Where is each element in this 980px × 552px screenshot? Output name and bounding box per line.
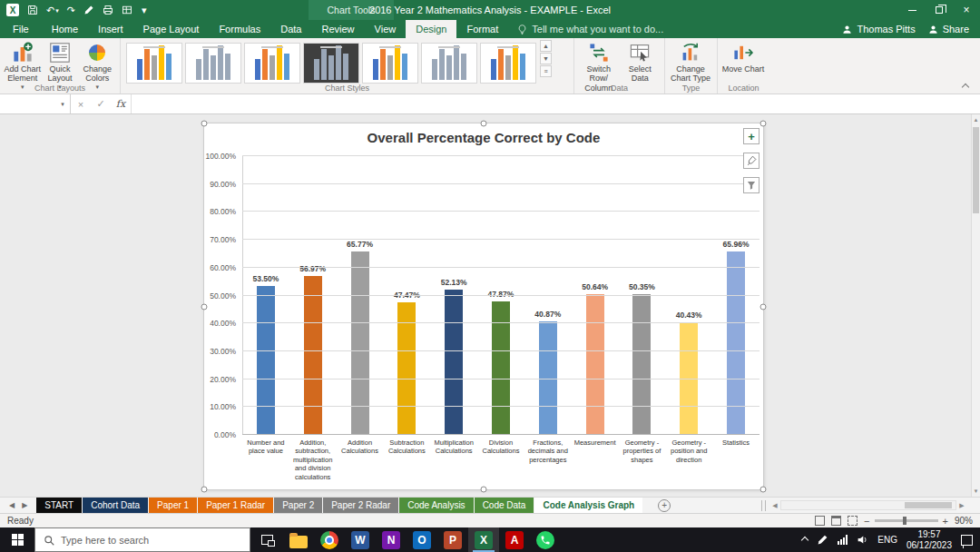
table-icon[interactable] xyxy=(122,5,132,15)
selection-handle[interactable] xyxy=(201,487,208,493)
language-indicator[interactable]: ENG xyxy=(877,535,897,545)
zoom-slider-thumb[interactable] xyxy=(903,517,906,525)
whatsapp-icon[interactable] xyxy=(530,527,561,552)
change-chart-type-button[interactable]: Change Chart Type xyxy=(669,40,712,84)
sheet-tab-code-analysis[interactable]: Code Analysis xyxy=(399,498,473,513)
ribbon-tab-page-layout[interactable]: Page Layout xyxy=(133,20,210,38)
bar-division-calculations[interactable] xyxy=(492,301,510,435)
excel-icon[interactable]: X xyxy=(468,527,499,552)
enter-formula-icon[interactable]: ✓ xyxy=(91,98,111,110)
print-icon[interactable] xyxy=(103,5,113,15)
chart-style-6[interactable] xyxy=(421,43,477,84)
account-button[interactable]: Thomas Pitts xyxy=(842,24,915,34)
chrome-icon[interactable] xyxy=(314,527,345,552)
pen-icon[interactable] xyxy=(83,5,94,15)
chart-elements-button[interactable]: + xyxy=(743,128,760,144)
share-button[interactable]: Share xyxy=(928,24,969,34)
bar-addition-calculations[interactable] xyxy=(351,251,369,435)
pen-tray-icon[interactable] xyxy=(817,534,828,546)
sheet-area[interactable]: Overall Percentage Correct by Code 0.00%… xyxy=(0,114,980,497)
cancel-formula-icon[interactable]: × xyxy=(71,99,91,110)
selection-handle[interactable] xyxy=(760,303,767,310)
ribbon-tab-view[interactable]: View xyxy=(365,20,407,38)
horizontal-scroll-thumb[interactable] xyxy=(905,502,952,508)
chart-style-7[interactable] xyxy=(480,43,536,84)
horizontal-scrollbar[interactable]: ◀ ▶ xyxy=(769,498,967,513)
acrobat-icon[interactable]: A xyxy=(499,527,530,552)
file-explorer-icon[interactable] xyxy=(283,527,314,552)
sheet-tab-paper-2-radar[interactable]: Paper 2 Radar xyxy=(323,498,398,513)
outlook-icon[interactable]: O xyxy=(407,527,437,552)
save-icon[interactable] xyxy=(27,5,38,15)
ribbon-tab-insert[interactable]: Insert xyxy=(88,20,133,38)
close-button[interactable]: × xyxy=(953,0,980,20)
onenote-icon[interactable]: N xyxy=(376,527,407,552)
insert-function-icon[interactable]: fx xyxy=(111,98,131,110)
undo-icon[interactable]: ↶▾ xyxy=(46,5,59,15)
scroll-right-icon[interactable]: ▶ xyxy=(956,502,967,509)
start-button[interactable] xyxy=(0,527,34,552)
chart-object[interactable]: Overall Percentage Correct by Code 0.00%… xyxy=(203,123,764,490)
move-chart-button[interactable]: Move Chart xyxy=(721,40,765,74)
powerpoint-icon[interactable]: P xyxy=(437,527,468,552)
ribbon-tab-home[interactable]: Home xyxy=(42,20,88,38)
chart-style-1[interactable] xyxy=(126,43,182,84)
selection-handle[interactable] xyxy=(760,487,767,493)
new-sheet-button[interactable]: + xyxy=(658,499,671,512)
name-box-dropdown-icon[interactable]: ▾ xyxy=(55,101,70,108)
selection-handle[interactable] xyxy=(201,121,208,127)
zoom-out-button[interactable]: − xyxy=(864,516,869,527)
chart-title[interactable]: Overall Percentage Correct by Code xyxy=(204,130,763,145)
sheet-tab-paper-1[interactable]: Paper 1 xyxy=(149,498,197,513)
bar-statistics[interactable] xyxy=(727,251,745,435)
ribbon-tab-design[interactable]: Design xyxy=(406,20,456,38)
chart-style-3[interactable] xyxy=(244,43,300,84)
bar-measurement[interactable] xyxy=(586,294,604,435)
name-box[interactable]: ▾ xyxy=(0,94,71,113)
volume-icon[interactable] xyxy=(857,534,868,546)
sheet-tab-paper-1-radar[interactable]: Paper 1 Radar xyxy=(198,498,273,513)
bar-number-and-place-value[interactable] xyxy=(257,286,275,435)
minimize-button[interactable] xyxy=(898,0,926,20)
sheet-tab-paper-2[interactable]: Paper 2 xyxy=(274,498,322,513)
taskbar-search[interactable]: Type here to search xyxy=(34,527,250,552)
chart-style-4[interactable] xyxy=(303,43,359,84)
name-box-input[interactable] xyxy=(0,99,55,110)
restore-button[interactable] xyxy=(926,0,953,20)
formula-input[interactable] xyxy=(132,94,980,113)
undo-dropdown-icon[interactable]: ▾ xyxy=(55,7,59,14)
vertical-scrollbar[interactable]: ▲ ▼ xyxy=(971,114,980,497)
scroll-down-icon[interactable]: ▼ xyxy=(972,486,980,497)
gallery-scroll-up-icon[interactable]: ▲ xyxy=(540,40,552,52)
horizontal-scroll-track[interactable] xyxy=(780,500,956,510)
sheet-tab-cohort-data[interactable]: Cohort Data xyxy=(83,498,148,513)
vertical-scroll-thumb[interactable] xyxy=(973,127,979,213)
scroll-up-icon[interactable]: ▲ xyxy=(972,114,980,125)
ribbon-tab-formulas[interactable]: Formulas xyxy=(209,20,270,38)
chart-styles-button[interactable] xyxy=(743,153,760,169)
sheet-nav-right-icon[interactable]: ▶ xyxy=(22,501,27,509)
tab-splitter-handle[interactable] xyxy=(761,500,766,511)
zoom-level[interactable]: 90% xyxy=(955,516,973,526)
page-layout-view-button[interactable] xyxy=(831,516,841,526)
customize-qat-icon[interactable]: ▾ xyxy=(142,5,147,15)
scroll-left-icon[interactable]: ◀ xyxy=(769,502,780,509)
selection-handle[interactable] xyxy=(201,303,208,310)
normal-view-button[interactable] xyxy=(815,516,825,526)
task-view-button[interactable] xyxy=(250,527,283,552)
action-center-icon[interactable] xyxy=(961,535,973,546)
page-break-view-button[interactable] xyxy=(848,516,858,526)
gallery-more-icon[interactable]: ≡ xyxy=(540,65,552,77)
zoom-in-button[interactable]: + xyxy=(943,516,948,527)
redo-icon[interactable]: ↷ xyxy=(67,5,75,15)
sheet-nav-left-icon[interactable]: ◀ xyxy=(9,501,15,509)
excel-app-icon[interactable]: X xyxy=(6,4,19,16)
selection-handle[interactable] xyxy=(760,121,767,127)
ribbon-tab-review[interactable]: Review xyxy=(311,20,364,38)
sheet-tab-start[interactable]: START xyxy=(36,498,82,513)
bar-addition-subtraction-multiplication-and-division-calculations[interactable] xyxy=(304,276,322,435)
chart-style-2[interactable] xyxy=(185,43,241,84)
sheet-tab-code-data[interactable]: Code Data xyxy=(475,498,534,513)
chart-style-5[interactable] xyxy=(362,43,418,84)
zoom-slider[interactable] xyxy=(875,519,938,522)
